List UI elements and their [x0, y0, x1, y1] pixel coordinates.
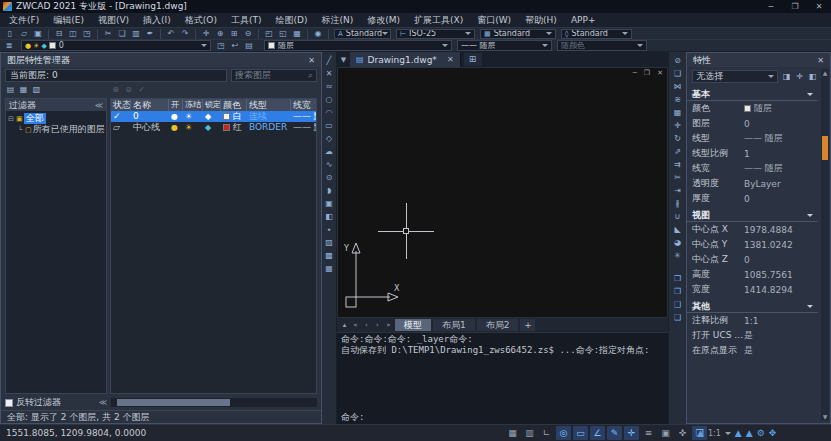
linetype-combo[interactable]: —— 随层 [457, 40, 552, 51]
grid-icon[interactable]: ▥ [522, 426, 537, 440]
close-icon[interactable]: ✕ [817, 56, 824, 65]
menu-item[interactable]: 扩展工具(X) [407, 13, 470, 27]
chamfer-icon[interactable]: ◣ [671, 224, 684, 236]
named-views-icon[interactable]: ◱ [277, 29, 289, 39]
column-header[interactable]: 状态 [111, 99, 131, 111]
first-tab-icon[interactable]: « [350, 318, 361, 332]
tile-vertical-icon[interactable]: ❑ [671, 299, 684, 311]
doc-minimize-icon[interactable]: ─ [633, 69, 637, 77]
settings-gear-icon[interactable]: ⚙ [757, 428, 765, 438]
xline-icon[interactable]: ✕ [323, 68, 336, 80]
plot-preview-icon[interactable]: ◫ [67, 29, 79, 39]
layer-freeze-icon[interactable]: ☀ [183, 122, 203, 133]
annotation-scale-icon[interactable]: ▲ [697, 428, 704, 438]
annotation-visibility-icon[interactable]: ▲ [735, 428, 742, 438]
tree-expand-icon[interactable]: └ [16, 126, 24, 134]
layer-combo[interactable]: ● ☀ ◆ 0 [21, 40, 211, 51]
array-icon[interactable]: ▦ [671, 107, 684, 119]
color-combo[interactable]: 随层 [264, 40, 452, 51]
otrack-icon[interactable]: ∠ [590, 426, 605, 440]
sheet-set-icon[interactable]: ▦ [291, 29, 303, 39]
layer-color-cell[interactable]: 红 [221, 122, 247, 133]
close-button[interactable]: ✕ [807, 0, 831, 13]
column-header[interactable]: 颜色 [221, 99, 247, 111]
tab-list-menu-icon[interactable]: ▼ [337, 56, 350, 64]
rotate-icon[interactable]: ↻ [671, 133, 684, 145]
scrollbar-thumb[interactable] [822, 136, 828, 160]
fullscreen-icon[interactable]: ✥ [769, 428, 777, 438]
tree-expand-icon[interactable]: ⊟ [7, 115, 15, 123]
rectangle-icon[interactable]: ▭ [323, 120, 336, 132]
layout-tab[interactable]: 布局1 [433, 319, 475, 331]
table-style-combo[interactable]: ▦ Standard [480, 29, 556, 39]
auto-annotation-icon[interactable]: ▲ [746, 428, 753, 438]
save-file-icon[interactable]: ▣ [32, 29, 44, 39]
ellipse-arc-icon[interactable]: ◗ [323, 185, 336, 197]
property-row[interactable]: 图层 0 [687, 116, 818, 131]
column-header[interactable]: 线型 [247, 99, 291, 111]
circle-icon[interactable]: ○ [323, 94, 336, 106]
toggle-pickadd-icon[interactable]: ◧ [807, 72, 818, 82]
arrange-icons-icon[interactable]: ❏ [671, 312, 684, 324]
zoom-previous-icon[interactable]: ⊖ [242, 29, 254, 39]
scroll-up-icon[interactable]: ▲ [822, 69, 828, 77]
search-input[interactable]: 搜索图层 ⌕ [231, 69, 317, 82]
selection-combo[interactable]: 无选择 [692, 70, 778, 83]
minimize-button[interactable]: ─ [759, 0, 783, 13]
menu-item[interactable]: APP+ [564, 13, 603, 27]
add-layout-button[interactable]: + [520, 319, 535, 331]
cut-icon[interactable]: ✂ [102, 29, 114, 39]
menu-item[interactable]: 修改(M) [360, 13, 407, 27]
layout-tab[interactable]: 模型 [395, 319, 431, 331]
layer-lineweight[interactable]: —— 默认 [291, 122, 317, 133]
erase-icon[interactable]: ⊘ [671, 55, 684, 67]
maximize-button[interactable]: ❐ [783, 0, 807, 13]
invert-filter-checkbox[interactable] [5, 399, 13, 407]
make-object-layer-current-icon[interactable]: ◳ [215, 41, 227, 51]
zoom-realtime-icon[interactable]: ⊕ [214, 29, 226, 39]
paste-icon[interactable]: ▥ [130, 29, 142, 39]
doc-close-icon[interactable]: ✕ [657, 69, 663, 77]
spline-icon[interactable]: ∿ [323, 159, 336, 171]
property-row[interactable]: 高度 1085.7561 [687, 267, 818, 282]
column-header[interactable]: 线宽 [291, 99, 317, 111]
layer-lock-icon[interactable]: ◆ [203, 122, 221, 133]
menu-item[interactable]: 文件(F) [2, 13, 46, 27]
section-header-basic[interactable]: 基本 [687, 88, 818, 101]
publish-icon[interactable]: ◳ [81, 29, 93, 39]
document-tab[interactable]: ▤ Drawing1.dwg* ✕ [350, 52, 461, 67]
doc-restore-icon[interactable]: ❒ [644, 69, 650, 77]
select-objects-icon[interactable]: ✛ [794, 72, 805, 82]
copy-icon[interactable]: ❏ [116, 29, 128, 39]
close-icon[interactable]: ✕ [308, 56, 315, 65]
delete-layer-icon[interactable]: ⊘ [123, 85, 134, 95]
menu-item[interactable]: 绘图(D) [268, 13, 314, 27]
new-file-icon[interactable]: ▯ [4, 29, 16, 39]
layer-linetype[interactable]: BORDER [247, 122, 291, 133]
cascade-windows-icon[interactable]: ❒ [671, 273, 684, 285]
layer-states-manager-icon[interactable]: ▧ [31, 85, 42, 95]
dim-style-combo[interactable]: ⊢ ISO-25 [396, 29, 475, 39]
zoom-window-icon[interactable]: ⊞ [228, 29, 240, 39]
layer-on-icon[interactable]: ● [169, 122, 183, 133]
layer-states-icon[interactable]: ▤ [243, 41, 255, 51]
property-row[interactable]: 线宽 —— 随层 [687, 161, 818, 176]
move-icon[interactable]: ✛ [671, 120, 684, 132]
undo-icon[interactable]: ↶ [165, 29, 177, 39]
layer-freeze-icon[interactable]: ☀ [183, 111, 203, 122]
table-row[interactable]: ▱ 中心线 ● ☀ ◆ 红 BORDER —— 默认 [111, 122, 316, 133]
property-row[interactable]: 透明度 ByLayer [687, 176, 818, 191]
property-row[interactable]: 中心点 Z 0 [687, 252, 818, 267]
extend-icon[interactable]: ⇥ [671, 185, 684, 197]
trim-icon[interactable]: ✂ [671, 172, 684, 184]
break-icon[interactable]: ∦ [671, 198, 684, 210]
menu-item[interactable]: 视图(V) [91, 13, 136, 27]
plotstyle-combo[interactable]: 随颜色 [557, 40, 647, 51]
ellipse-icon[interactable]: ⊙ [323, 172, 336, 184]
cycle-icon[interactable]: ✜ [675, 426, 690, 440]
layer-lock-icon[interactable]: ◆ [203, 111, 221, 122]
last-tab-icon[interactable]: » [383, 318, 394, 332]
layer-color-cell[interactable]: 白 [221, 111, 247, 122]
match-properties-icon[interactable]: ✒ [144, 29, 156, 39]
expand-tabs-icon[interactable]: ▴ [339, 318, 350, 332]
